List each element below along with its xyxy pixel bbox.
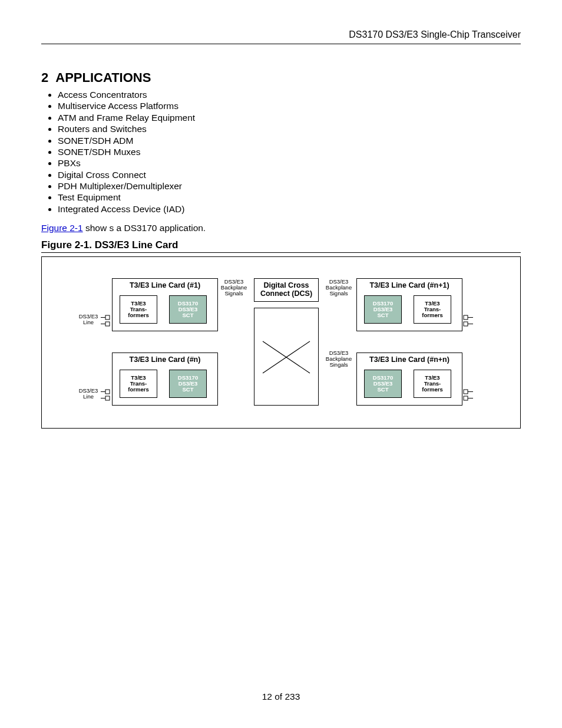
list-item: SONET/SDH ADM: [58, 135, 521, 146]
dcs-body: [254, 308, 319, 406]
backplane-label: DS3/E3BackplaneSignals: [219, 279, 249, 297]
ds3e3-line-label: DS3/E3Line: [76, 388, 101, 400]
svg-rect-4: [105, 390, 110, 394]
svg-rect-16: [464, 396, 468, 400]
transformers-box: T3/E3Trans-formers: [414, 295, 451, 324]
svg-rect-2: [105, 322, 110, 326]
section-heading: 2APPLICATIONS: [41, 70, 521, 85]
backplane-label: DS3/E3BackplaneSignals: [323, 279, 354, 297]
transformers-box: T3/E3Trans-formers: [120, 370, 157, 398]
svg-rect-6: [105, 396, 110, 400]
list-item: Access Concentrators: [58, 89, 521, 100]
page-number: 12 of 233: [0, 691, 562, 702]
transformers-box: T3/E3Trans-formers: [120, 295, 157, 324]
transformers-box: T3/E3Trans-formers: [414, 370, 451, 398]
list-item: SONET/SDH Muxes: [58, 146, 521, 157]
figure-caption: Figure 2-1. DS3/E3 Line Card: [41, 239, 521, 253]
dcs-box: Digital CrossConnect (DCS): [254, 278, 319, 302]
list-item: Routers and Switches: [58, 123, 521, 134]
cross-icon: [254, 308, 318, 405]
svg-rect-14: [464, 390, 468, 394]
svg-rect-10: [464, 315, 468, 319]
figure-reference-line: Figure 2-1 show s a DS3170 application.: [41, 223, 521, 233]
line-card-title: T3/E3 Line Card (#n+n): [357, 355, 462, 364]
figure-link[interactable]: Figure 2-1: [41, 223, 83, 233]
figure-reference-tail: show s a DS3170 application.: [83, 223, 206, 233]
ds3170-chip-box: DS3170DS3/E3SCT: [169, 295, 207, 324]
document-header: DS3170 DS3/E3 Single-Chip Transceiver: [41, 29, 521, 44]
diagram-frame: DS3/E3Line DS3/E3Line T3/E3 Line Card (#: [41, 256, 521, 429]
ds3e3-line-label: DS3/E3Line: [76, 314, 101, 325]
svg-rect-12: [464, 322, 468, 326]
list-item: PDH Multiplexer/Demultiplexer: [58, 180, 521, 192]
line-card-title: T3/E3 Line Card (#n): [113, 355, 217, 364]
line-connector-icon: [461, 387, 475, 401]
line-card-title: T3/E3 Line Card (#1): [113, 281, 217, 289]
line-card-title: T3/E3 Line Card (#n+1): [357, 281, 462, 289]
list-item: ATM and Frame Relay Equipment: [58, 112, 521, 123]
ds3170-chip-box: DS3170DS3/E3SCT: [364, 295, 402, 324]
ds3170-chip-box: DS3170DS3/E3SCT: [364, 370, 402, 398]
list-item: Multiservice Access Platforms: [58, 100, 521, 111]
line-connector-icon: [461, 313, 475, 327]
line-card-n-plus-1: T3/E3 Line Card (#n+1) DS3170DS3/E3SCT T…: [356, 278, 462, 331]
list-item: Digital Cross Connect: [58, 169, 521, 180]
line-card-n-plus-n: T3/E3 Line Card (#n+n) DS3170DS3/E3SCT T…: [356, 353, 462, 406]
section-title: APPLICATIONS: [55, 70, 151, 85]
line-card-n: T3/E3 Line Card (#n) T3/E3Trans-formers …: [112, 353, 218, 406]
svg-rect-0: [105, 315, 110, 319]
section-number: 2: [41, 70, 48, 85]
backplane-label: DS3/E3BackplaneSingals: [323, 350, 354, 368]
line-card-1: T3/E3 Line Card (#1) T3/E3Trans-formers …: [112, 278, 218, 331]
list-item: PBXs: [58, 157, 521, 169]
applications-list: Access Concentrators Multiservice Access…: [41, 89, 521, 215]
list-item: Test Equipment: [58, 192, 521, 203]
list-item: Integrated Access Device (IAD): [58, 203, 521, 215]
ds3170-chip-box: DS3170DS3/E3SCT: [169, 370, 207, 398]
